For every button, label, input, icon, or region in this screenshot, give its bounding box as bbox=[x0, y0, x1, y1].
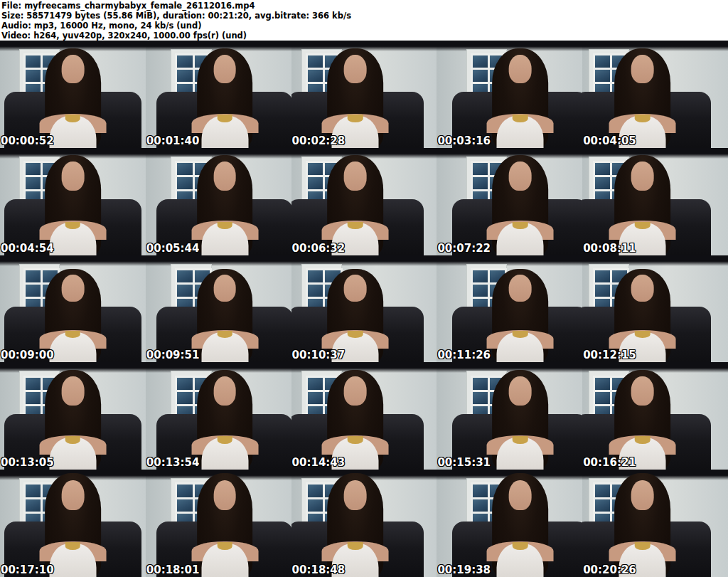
thumbnail-cell: 00:04:05 bbox=[582, 41, 728, 148]
necklace-shape bbox=[635, 331, 651, 338]
person-silhouette bbox=[311, 148, 401, 255]
face-shape bbox=[509, 376, 532, 406]
face-shape bbox=[509, 275, 532, 302]
audio-info-line: Audio: mp3, 16000 Hz, mono, 24 kb/s (und… bbox=[1, 21, 728, 31]
person-silhouette bbox=[475, 470, 565, 577]
thumbnail-cell: 00:10:37 bbox=[291, 255, 437, 363]
necklace-shape bbox=[217, 222, 232, 230]
necklace-shape bbox=[65, 436, 81, 444]
video-frame-placeholder: 00:14:43 bbox=[291, 362, 437, 470]
person-silhouette bbox=[311, 362, 401, 470]
timestamp-overlay: 00:02:28 bbox=[292, 136, 346, 147]
timestamp-overlay: 00:09:51 bbox=[146, 350, 200, 361]
necklace-shape bbox=[348, 331, 363, 338]
thumbnail-cell: 00:02:28 bbox=[291, 41, 437, 148]
thumbnail-cell: 00:17:10 bbox=[0, 470, 146, 577]
timestamp-overlay: 00:00:52 bbox=[1, 136, 54, 147]
video-frame-placeholder: 00:09:51 bbox=[146, 255, 291, 363]
face-shape bbox=[344, 55, 367, 84]
timestamp-overlay: 00:08:11 bbox=[583, 243, 636, 254]
thumbnail-cell: 00:13:05 bbox=[0, 362, 146, 470]
person-silhouette bbox=[597, 148, 687, 255]
thumbnail-cell: 00:13:54 bbox=[146, 362, 291, 470]
thumbnail-cell: 00:16:21 bbox=[582, 362, 728, 470]
person-silhouette bbox=[28, 41, 118, 148]
necklace-shape bbox=[513, 222, 528, 230]
face-shape bbox=[213, 480, 236, 510]
face-shape bbox=[631, 275, 654, 302]
file-size-line: Size: 58571479 bytes (55.86 MiB), durati… bbox=[1, 11, 728, 21]
necklace-shape bbox=[348, 436, 363, 444]
person-silhouette bbox=[28, 470, 118, 577]
person-silhouette bbox=[28, 262, 118, 363]
video-frame-placeholder: 00:11:26 bbox=[437, 255, 582, 363]
necklace-shape bbox=[348, 115, 363, 122]
person-silhouette bbox=[475, 148, 565, 255]
person-silhouette bbox=[180, 262, 270, 363]
face-shape bbox=[62, 162, 85, 191]
timestamp-overlay: 00:14:43 bbox=[292, 457, 346, 468]
video-frame-placeholder: 00:04:54 bbox=[0, 148, 146, 255]
face-shape bbox=[344, 275, 367, 302]
person-silhouette bbox=[180, 41, 270, 148]
face-shape bbox=[509, 162, 532, 191]
person-silhouette bbox=[311, 470, 401, 577]
necklace-shape bbox=[217, 436, 232, 444]
face-shape bbox=[213, 162, 236, 191]
timestamp-overlay: 00:03:16 bbox=[437, 136, 491, 147]
face-shape bbox=[631, 480, 654, 510]
timestamp-overlay: 00:10:37 bbox=[292, 350, 346, 361]
face-shape bbox=[344, 376, 367, 406]
person-silhouette bbox=[28, 148, 118, 255]
person-silhouette bbox=[180, 470, 270, 577]
timestamp-overlay: 00:17:10 bbox=[1, 565, 54, 576]
thumbnail-cell: 00:08:11 bbox=[582, 148, 728, 255]
thumbnail-cell: 00:19:38 bbox=[437, 470, 582, 577]
face-shape bbox=[344, 162, 367, 191]
thumbnail-grid: 00:00:52 bbox=[0, 41, 728, 577]
person-silhouette bbox=[180, 362, 270, 470]
video-frame-placeholder: 00:07:22 bbox=[437, 148, 582, 255]
timestamp-overlay: 00:13:54 bbox=[146, 457, 200, 468]
necklace-shape bbox=[65, 542, 81, 550]
necklace-shape bbox=[635, 222, 651, 230]
video-frame-placeholder: 00:18:48 bbox=[291, 470, 437, 577]
thumbnail-cell: 00:20:26 bbox=[582, 470, 728, 577]
face-shape bbox=[62, 275, 85, 302]
video-frame-placeholder: 00:20:26 bbox=[582, 470, 728, 577]
timestamp-overlay: 00:06:32 bbox=[292, 243, 346, 254]
person-silhouette bbox=[597, 362, 687, 470]
thumbnail-cell: 00:12:15 bbox=[582, 255, 728, 363]
timestamp-overlay: 00:01:40 bbox=[146, 136, 200, 147]
person-silhouette bbox=[597, 470, 687, 577]
media-info-header: File: myfreecams_charmybabyx_female_2611… bbox=[0, 0, 728, 41]
face-shape bbox=[62, 376, 85, 406]
thumbnail-cell: 00:05:44 bbox=[146, 148, 291, 255]
necklace-shape bbox=[635, 436, 651, 444]
necklace-shape bbox=[513, 436, 528, 444]
face-shape bbox=[62, 480, 85, 510]
person-silhouette bbox=[475, 362, 565, 470]
timestamp-overlay: 00:04:54 bbox=[1, 243, 54, 254]
thumbnail-cell: 00:09:51 bbox=[146, 255, 291, 363]
video-frame-placeholder: 00:02:28 bbox=[291, 41, 437, 148]
timestamp-overlay: 00:04:05 bbox=[583, 136, 636, 147]
thumbnail-cell: 00:03:16 bbox=[437, 41, 582, 148]
video-info-line: Video: h264, yuv420p, 320x240, 1000.00 f… bbox=[1, 31, 728, 41]
thumbnail-cell: 00:11:26 bbox=[437, 255, 582, 363]
video-frame-placeholder: 00:10:37 bbox=[291, 255, 437, 363]
video-frame-placeholder: 00:00:52 bbox=[0, 41, 146, 148]
video-frame-placeholder: 00:04:05 bbox=[582, 41, 728, 148]
video-frame-placeholder: 00:13:54 bbox=[146, 362, 291, 470]
thumbnail-cell: 00:14:43 bbox=[291, 362, 437, 470]
thumbnail-cell: 00:18:48 bbox=[291, 470, 437, 577]
thumbnail-cell: 00:06:32 bbox=[291, 148, 437, 255]
file-name-line: File: myfreecams_charmybabyx_female_2611… bbox=[1, 1, 728, 11]
person-silhouette bbox=[475, 41, 565, 148]
face-shape bbox=[213, 376, 236, 406]
person-silhouette bbox=[311, 41, 401, 148]
video-frame-placeholder: 00:17:10 bbox=[0, 470, 146, 577]
video-frame-placeholder: 00:18:01 bbox=[146, 470, 291, 577]
timestamp-overlay: 00:18:01 bbox=[146, 565, 200, 576]
timestamp-overlay: 00:12:15 bbox=[583, 350, 636, 361]
